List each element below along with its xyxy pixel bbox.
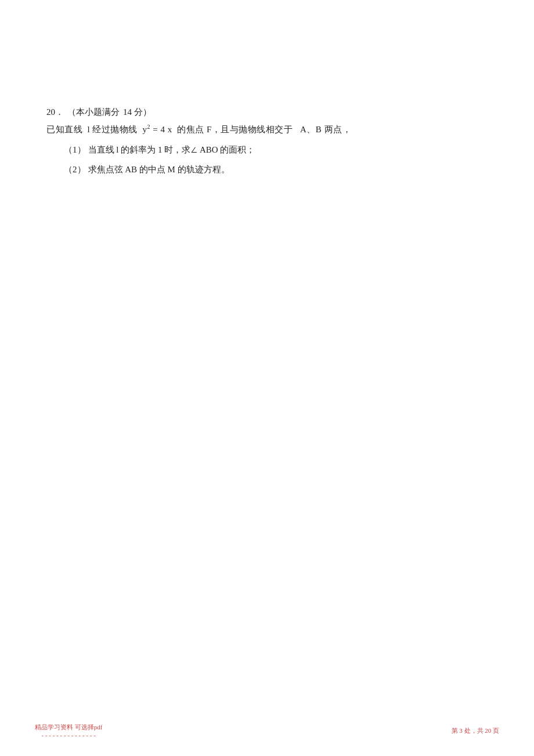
- footer-right: 第 3 处，共 20 页: [452, 723, 500, 739]
- sub-question-1: （1） 当直线 l 的斜率为 1 时，求∠ ABO 的面积；: [46, 142, 499, 158]
- footer-left-line1: 精品学习资料 可选择pdf: [35, 723, 102, 732]
- footer-left: 精品学习资料 可选择pdf - - - - - - - - - - - - - …: [35, 723, 102, 739]
- footer: 精品学习资料 可选择pdf - - - - - - - - - - - - - …: [0, 723, 534, 739]
- sub1-num: （1）: [64, 142, 86, 158]
- sub-question-2: （2） 求焦点弦 AB 的中点 M 的轨迹方程。: [46, 161, 499, 178]
- footer-left-line2: - - - - - - - - - - - - - - -: [41, 732, 95, 739]
- score-value: 14 分）: [123, 104, 151, 120]
- question-intro: 已知直线 l 经过抛物线 y2 = 4 x 的焦点 F，且与抛物线相交于 A、B…: [46, 121, 499, 138]
- sub2-num: （2）: [64, 161, 86, 178]
- intro-text-1: 已知直线 l 经过抛物线 y2 = 4 x 的焦点 F，且与抛物线相交于 A、B…: [46, 121, 351, 138]
- question-block: 20． （本小题满分 14 分） 已知直线 l 经过抛物线 y2 = 4 x 的…: [35, 104, 499, 178]
- exponent: 2: [147, 124, 150, 130]
- score-note: （本小题满分: [67, 104, 120, 120]
- footer-right-text: 第 3 处，共 20 页: [452, 726, 500, 735]
- sub2-text: 求焦点弦 AB 的中点 M 的轨迹方程。: [88, 161, 230, 178]
- question-header: 20． （本小题满分 14 分）: [46, 104, 499, 120]
- question-number: 20．: [46, 104, 64, 120]
- page-content: 20． （本小题满分 14 分） 已知直线 l 经过抛物线 y2 = 4 x 的…: [0, 0, 534, 756]
- sub1-text: 当直线 l 的斜率为 1 时，求∠ ABO 的面积；: [88, 142, 255, 158]
